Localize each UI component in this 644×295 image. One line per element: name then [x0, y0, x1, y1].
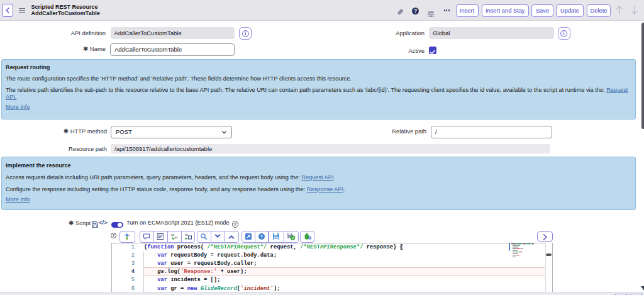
svg-text:ac: ac: [175, 236, 178, 239]
svg-text:?: ?: [260, 235, 263, 239]
svg-text:ab: ab: [185, 233, 189, 237]
svg-text:ab: ab: [171, 233, 175, 237]
